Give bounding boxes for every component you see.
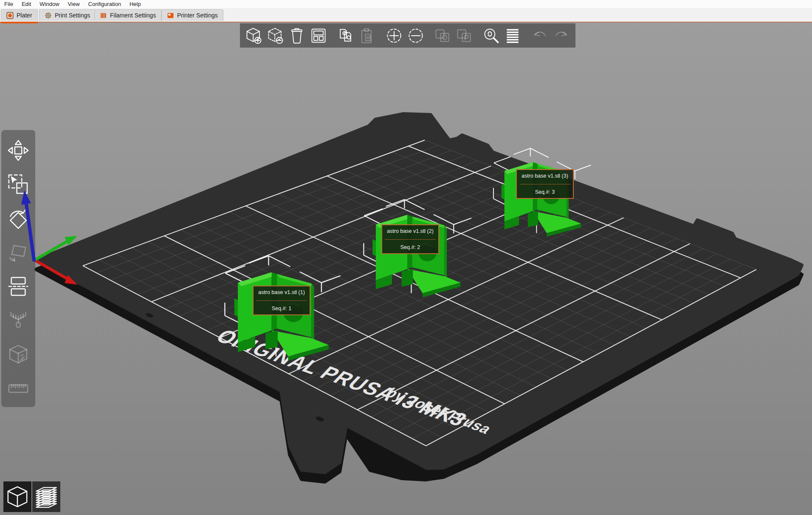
menu-configuration[interactable]: Configuration — [84, 0, 125, 8]
copy-button[interactable] — [336, 25, 355, 46]
add-instance-button[interactable] — [384, 25, 404, 46]
delete-object-button[interactable] — [266, 25, 286, 46]
object-label-3: astro base v1.stl (3) Seq.#: 3 — [516, 169, 574, 199]
gizmo-toolbar — [1, 130, 35, 407]
scene-canvas: ORIGINAL PRUSA i3 MK3 by Josef Prusa — [0, 23, 812, 515]
label-separator — [256, 300, 307, 301]
tabbar-baseline — [0, 22, 812, 23]
redo-icon — [552, 26, 571, 45]
menu-bar: File Edit Window View Configuration Help — [0, 0, 812, 8]
delete-all-button[interactable] — [287, 25, 307, 46]
scale-gizmo-button[interactable] — [5, 167, 32, 201]
filament-settings-icon — [100, 12, 107, 19]
label-separator — [385, 239, 436, 240]
cut-icon — [6, 274, 30, 298]
object-sequence: Seq.#: 2 — [384, 244, 437, 250]
delete-all-icon — [288, 26, 306, 45]
printbed-top — [36, 114, 802, 473]
redo-button[interactable] — [551, 25, 571, 46]
tab-printer-settings[interactable]: Printer Settings — [161, 9, 223, 21]
place-on-face-icon — [6, 241, 30, 264]
menu-window[interactable]: Window — [35, 0, 63, 8]
view-3d-button[interactable] — [3, 481, 31, 512]
tab-print-settings[interactable]: Print Settings — [39, 9, 96, 21]
arrange-button[interactable] — [309, 25, 329, 46]
move-gizmo-button[interactable] — [5, 133, 32, 167]
split-to-parts-icon — [455, 26, 474, 45]
remove-instance-icon — [406, 26, 425, 45]
active-tab-underline — [1, 22, 38, 23]
measure-gizmo-button[interactable] — [5, 371, 32, 405]
undo-icon — [530, 26, 549, 45]
object-label-1: astro base v1.stl (1) Seq.#: 1 — [253, 286, 310, 315]
menu-help[interactable]: Help — [125, 0, 145, 8]
viewport-3d[interactable]: ORIGINAL PRUSA i3 MK3 by Josef Prusa — [0, 23, 812, 515]
view-layers-button[interactable] — [32, 481, 60, 512]
plater-icon — [6, 12, 14, 19]
add-object-icon — [245, 26, 263, 45]
tab-filament-settings[interactable]: Filament Settings — [94, 9, 161, 21]
rotate-gizmo-button[interactable] — [5, 201, 32, 235]
object-label-2: astro base v1.stl (2) Seq.#: 2 — [381, 224, 439, 254]
add-instance-icon — [385, 26, 403, 45]
object-sequence: Seq.#: 1 — [255, 306, 308, 311]
layer-height-icon — [503, 26, 522, 45]
move-icon — [6, 139, 30, 162]
object-sequence: Seq.#: 3 — [519, 189, 571, 195]
object-name: astro base v1.stl (3) — [519, 173, 571, 179]
menu-file[interactable]: File — [0, 0, 17, 8]
printer-settings-icon — [167, 12, 174, 19]
print-settings-icon — [45, 12, 52, 19]
search-button[interactable] — [482, 25, 502, 46]
place-on-face-gizmo-button[interactable] — [5, 235, 32, 269]
paint-support-gizmo-button[interactable] — [5, 303, 32, 337]
rotate-icon — [6, 207, 30, 230]
split-to-objects-icon — [433, 26, 452, 45]
label-separator — [519, 184, 570, 184]
undo-button[interactable] — [530, 25, 550, 46]
menu-view[interactable]: View — [64, 0, 84, 8]
delete-object-icon — [266, 26, 285, 45]
paint-brush-icon — [6, 308, 30, 332]
seam-gizmo-button[interactable] — [5, 337, 32, 371]
ruler-icon — [6, 376, 30, 400]
search-icon — [482, 26, 501, 45]
split-to-parts-button[interactable] — [454, 25, 474, 46]
object-name: astro base v1.stl (2) — [384, 228, 437, 234]
view-mode-toggle — [3, 481, 60, 512]
copy-icon — [336, 26, 355, 45]
tab-plater[interactable]: Plater — [1, 9, 38, 21]
tab-bar: Plater Print Settings Filament Settings — [0, 8, 812, 23]
menu-edit[interactable]: Edit — [17, 0, 35, 8]
split-to-objects-button[interactable] — [433, 25, 453, 46]
remove-instance-button[interactable] — [406, 25, 426, 46]
layer-height-button[interactable] — [503, 25, 523, 46]
paste-icon — [358, 26, 376, 45]
cube-3d-icon — [6, 485, 29, 509]
paste-button[interactable] — [357, 25, 377, 46]
layers-stack-icon — [34, 485, 58, 509]
arrange-icon — [309, 26, 328, 45]
main-toolbar — [240, 23, 575, 48]
object-name: astro base v1.stl (1) — [255, 289, 308, 295]
seam-cube-icon — [6, 342, 30, 366]
cut-gizmo-button[interactable] — [5, 269, 32, 303]
scale-icon — [6, 173, 30, 196]
add-object-button[interactable] — [244, 25, 264, 46]
